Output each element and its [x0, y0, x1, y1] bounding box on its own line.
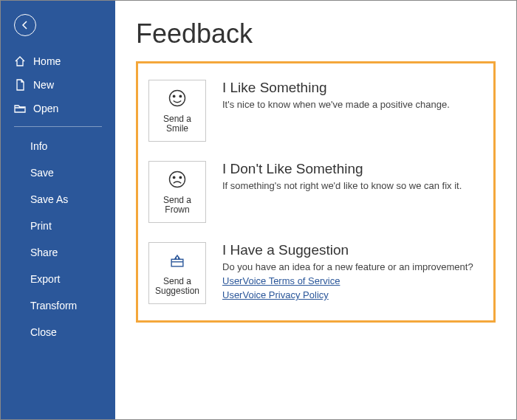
- uservoice-tos-link[interactable]: UserVoice Terms of Service: [222, 275, 473, 286]
- sidebar-item-label: Close: [30, 326, 57, 338]
- folder-open-icon: [14, 103, 26, 114]
- feedback-row-dislike: Send a Frown I Don't Like Something If s…: [148, 155, 483, 236]
- sidebar-item-share[interactable]: Share: [1, 239, 115, 266]
- send-frown-button[interactable]: Send a Frown: [148, 161, 206, 223]
- sidebar-item-label: Save As: [30, 193, 68, 205]
- tile-label: Send a Suggestion: [149, 277, 205, 296]
- feedback-text: I Have a Suggestion Do you have an idea …: [222, 242, 473, 300]
- sidebar-item-transform[interactable]: Transform: [1, 292, 115, 319]
- sidebar-item-open[interactable]: Open: [1, 97, 115, 120]
- sidebar-item-info[interactable]: Info: [1, 133, 115, 159]
- sidebar-item-label: Share: [30, 247, 58, 258]
- feedback-text: I Don't Like Something If something's no…: [222, 161, 462, 194]
- tile-label: Send a Frown: [149, 196, 205, 215]
- sidebar-item-print[interactable]: Print: [1, 213, 115, 239]
- feedback-title: I Like Something: [222, 80, 450, 96]
- back-button[interactable]: [14, 14, 36, 36]
- svg-point-1: [173, 95, 174, 97]
- feedback-desc: Do you have an idea for a new feature or…: [222, 261, 473, 272]
- feedback-options-highlight: Send a Smile I Like Something It's nice …: [136, 61, 496, 323]
- feedback-text: I Like Something It's nice to know when …: [222, 80, 450, 113]
- sidebar-divider: [14, 126, 102, 127]
- page-title: Feedback: [136, 18, 496, 49]
- sidebar-item-label: Print: [30, 220, 52, 232]
- sidebar-item-label: Export: [30, 273, 60, 285]
- sidebar-item-export[interactable]: Export: [1, 266, 115, 292]
- feedback-row-suggestion: Send a Suggestion I Have a Suggestion Do…: [148, 236, 483, 307]
- svg-point-5: [179, 176, 181, 178]
- feedback-title: I Don't Like Something: [222, 161, 462, 177]
- sidebar-item-home[interactable]: Home: [1, 49, 115, 73]
- svg-point-3: [170, 171, 185, 187]
- sidebar-item-label: Info: [30, 140, 47, 152]
- sidebar-item-close[interactable]: Close: [1, 319, 115, 345]
- backstage-sidebar: Home New Open Info Save Save As Print: [1, 1, 115, 419]
- sidebar-item-label: Home: [33, 55, 61, 67]
- tile-label: Send a Smile: [149, 114, 205, 134]
- svg-point-4: [173, 176, 174, 178]
- uservoice-privacy-link[interactable]: UserVoice Privacy Policy: [222, 289, 473, 300]
- send-suggestion-button[interactable]: Send a Suggestion: [148, 242, 206, 304]
- main-content: Feedback Send a Smile I Like So: [115, 1, 516, 419]
- sidebar-item-label: Save: [30, 167, 54, 179]
- smile-icon: [167, 88, 188, 111]
- document-icon: [14, 79, 26, 91]
- send-smile-button[interactable]: Send a Smile: [148, 80, 206, 142]
- feedback-desc: If something's not right we'd like to kn…: [222, 180, 462, 191]
- feedback-title: I Have a Suggestion: [222, 242, 473, 258]
- sidebar-item-label: New: [33, 79, 54, 91]
- home-icon: [14, 55, 26, 67]
- svg-point-0: [170, 90, 185, 106]
- svg-point-2: [179, 95, 181, 97]
- sidebar-item-label: Transform: [30, 300, 77, 311]
- arrow-left-icon: [19, 19, 31, 31]
- sidebar-item-new[interactable]: New: [1, 73, 115, 97]
- sidebar-item-label: Open: [33, 103, 58, 114]
- svg-rect-6: [171, 259, 183, 266]
- sidebar-item-save[interactable]: Save: [1, 159, 115, 186]
- sidebar-item-save-as[interactable]: Save As: [1, 186, 115, 213]
- suggestion-box-icon: [167, 250, 188, 274]
- feedback-desc: It's nice to know when we've made a posi…: [222, 99, 450, 110]
- feedback-row-like: Send a Smile I Like Something It's nice …: [148, 74, 483, 155]
- frown-icon: [167, 169, 188, 193]
